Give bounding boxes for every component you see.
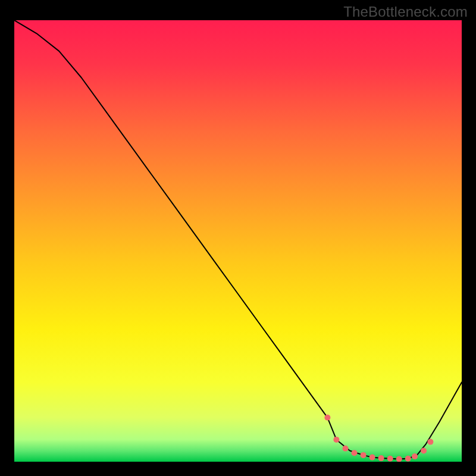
gradient-background (14, 20, 462, 462)
marker-point (405, 456, 411, 462)
marker-point (361, 452, 367, 458)
chart-container: TheBottleneck.com (0, 0, 476, 476)
marker-point (352, 450, 358, 456)
watermark-text: TheBottleneck.com (343, 4, 468, 20)
marker-point (333, 437, 339, 443)
plot-svg (14, 20, 462, 462)
marker-point (343, 446, 349, 452)
marker-point (421, 448, 427, 454)
marker-point (387, 456, 393, 462)
marker-point (324, 415, 330, 421)
plot-area (14, 20, 462, 462)
marker-point (412, 453, 418, 459)
marker-point (369, 455, 375, 461)
marker-point (378, 455, 384, 461)
marker-point (427, 439, 433, 445)
